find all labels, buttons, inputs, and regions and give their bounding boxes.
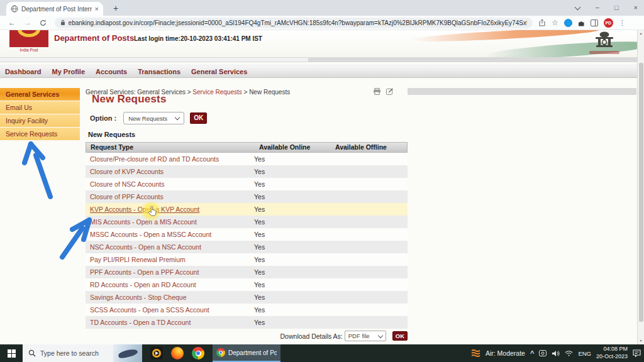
- last-login-text: Last login time:20-10-2023 03:41:41 PM I…: [134, 35, 262, 42]
- close-tab-icon[interactable]: ×: [95, 6, 99, 13]
- hand-cursor-icon: [148, 206, 157, 216]
- table-row: Savings Accounts - Stop ChequeYes: [86, 291, 408, 304]
- online-value: Yes: [254, 253, 330, 266]
- vertical-scrollbar[interactable]: ▲ ▼: [637, 30, 644, 344]
- reload-button[interactable]: [40, 19, 47, 26]
- share-icon[interactable]: [538, 19, 546, 26]
- request-link[interactable]: MIS Accounts - Open a MIS Account: [86, 216, 254, 228]
- breadcrumb-link-service-requests[interactable]: Service Requests: [192, 89, 242, 96]
- request-link[interactable]: Closure/Pre-closure of RD and TD Account…: [86, 153, 254, 165]
- offline-value: [330, 253, 408, 266]
- search-placeholder: Type here to search: [40, 349, 99, 357]
- sidebar-item-inquiry-facility[interactable]: Inquiry Facility: [0, 114, 80, 127]
- option-select[interactable]: New Requests: [123, 112, 184, 124]
- horizontal-scrollbar[interactable]: [0, 57, 637, 62]
- nav-item-dashboard[interactable]: Dashboard: [5, 68, 41, 75]
- chrome-icon[interactable]: [192, 347, 204, 359]
- air-quality-icon[interactable]: [471, 349, 480, 357]
- chrome-icon: [216, 348, 225, 357]
- language-indicator[interactable]: ENG: [578, 350, 591, 357]
- new-tab-button[interactable]: +: [109, 2, 122, 14]
- network-wifi-icon[interactable]: [565, 350, 573, 356]
- active-task-chrome[interactable]: Department of Post...: [213, 344, 280, 362]
- offline-value: [330, 304, 408, 316]
- page-title: New Requests: [92, 93, 167, 106]
- table-row: Pay PLI/RPLI Renewal PremiumYes: [86, 253, 408, 266]
- section-label: New Requests: [88, 131, 135, 138]
- request-link[interactable]: SCSS Accounts - Open a SCSS Account: [86, 304, 254, 316]
- browser-tab-bar: Department of Post Internet Log × + − □ …: [0, 0, 644, 16]
- requests-table: Request Type Available Online Available …: [86, 142, 408, 329]
- tray-app-icon[interactable]: [539, 349, 547, 357]
- request-link[interactable]: Closure of PPF Accounts: [86, 190, 254, 203]
- download-ok-button[interactable]: OK: [392, 331, 408, 341]
- nav-item-general-services[interactable]: General Services: [191, 68, 247, 75]
- request-link[interactable]: Closure of NSC Accounts: [86, 178, 254, 190]
- back-button[interactable]: ←: [8, 19, 16, 26]
- offline-value: [330, 190, 408, 203]
- online-value: Yes: [254, 165, 330, 178]
- sidebar-item-email-us[interactable]: Email Us: [0, 101, 80, 114]
- request-link[interactable]: TD Accounts - Open a TD Account: [86, 316, 254, 329]
- maximize-button[interactable]: □: [614, 4, 619, 11]
- scroll-up-icon[interactable]: ▲: [638, 31, 644, 35]
- action-center-icon[interactable]: [633, 349, 641, 357]
- nav-item-my-profile[interactable]: My Profile: [52, 68, 85, 75]
- request-link[interactable]: Savings Accounts - Stop Cheque: [86, 291, 254, 304]
- col-header-request-type: Request Type: [86, 143, 255, 152]
- request-link[interactable]: Pay PLI/RPLI Renewal Premium: [86, 253, 254, 266]
- online-value: Yes: [254, 266, 330, 278]
- side-panel-icon[interactable]: [591, 19, 598, 26]
- extension-blue-icon[interactable]: [564, 19, 572, 27]
- download-format-select[interactable]: PDF file: [345, 331, 386, 341]
- request-link[interactable]: RD Accounts - Open an RD Account: [86, 278, 254, 291]
- nav-item-accounts[interactable]: Accounts: [96, 68, 127, 75]
- browser-menu-icon[interactable]: ⋮: [619, 19, 626, 26]
- request-link[interactable]: NSC Accounts - Open a NSC Account: [86, 241, 254, 253]
- show-hidden-icons[interactable]: ^: [530, 349, 534, 357]
- tab-search-icon[interactable]: [575, 4, 581, 10]
- browser-tab[interactable]: Department of Post Internet Log ×: [6, 2, 103, 16]
- sidebar-item-general-services[interactable]: General Services: [0, 88, 80, 101]
- profile-avatar[interactable]: PD: [604, 18, 613, 28]
- firefox-icon[interactable]: [171, 347, 184, 359]
- main-navigation: Dashboard My Profile Accounts Transactio…: [0, 65, 637, 78]
- chevron-down-icon: [175, 115, 180, 120]
- online-value: Yes: [254, 316, 330, 329]
- scrollbar-thumb[interactable]: [639, 63, 643, 322]
- option-ok-button[interactable]: OK: [190, 112, 207, 124]
- bookmark-star-icon[interactable]: ☆: [552, 19, 558, 26]
- table-row: TD Accounts - Open a TD AccountYes: [86, 316, 408, 329]
- export-edit-icon[interactable]: [386, 88, 394, 95]
- media-player-icon[interactable]: [150, 347, 163, 359]
- volume-icon[interactable]: [552, 350, 560, 357]
- request-link[interactable]: PPF Accounts - Open a PPF Account: [86, 266, 254, 278]
- request-link[interactable]: Closure of KVP Accounts: [86, 165, 254, 178]
- taskbar-clock[interactable]: 04:08 PM 20-Oct-2023: [596, 346, 628, 360]
- close-window-button[interactable]: ×: [634, 4, 638, 11]
- minimize-button[interactable]: −: [595, 4, 599, 11]
- offline-value: [330, 216, 408, 228]
- offline-value: [330, 241, 408, 253]
- forward-button[interactable]: →: [24, 19, 31, 26]
- offline-value: [330, 228, 408, 241]
- col-header-available-online: Available Online: [255, 143, 331, 152]
- sidebar-item-service-requests[interactable]: Service Requests: [0, 128, 80, 140]
- online-value: Yes: [254, 304, 330, 316]
- date-text: 20-Oct-2023: [596, 353, 628, 361]
- request-link-kvp[interactable]: KVP Accounts - Open a KVP Account: [86, 203, 254, 216]
- extensions-puzzle-icon[interactable]: [578, 19, 585, 26]
- address-bar[interactable]: ebanking.indiapost.gov.in/corp/Finacle;j…: [55, 18, 533, 28]
- taskbar-search[interactable]: Type here to search: [23, 344, 142, 362]
- nav-item-transactions[interactable]: Transactions: [138, 68, 180, 75]
- offline-value: [330, 291, 408, 304]
- windows-taskbar: Type here to search Department of Post..…: [0, 344, 644, 362]
- request-link[interactable]: MSSC Accounts - Open a MSSC Account: [86, 228, 254, 241]
- sidebar: General Services Email Us Inquiry Facili…: [0, 88, 80, 141]
- tab-title: Department of Post Internet Log: [21, 6, 92, 13]
- start-button[interactable]: [0, 344, 23, 362]
- table-header-row: Request Type Available Online Available …: [86, 142, 408, 153]
- table-row-highlighted: KVP Accounts - Open a KVP AccountYes: [86, 203, 408, 216]
- scroll-down-icon[interactable]: ▼: [638, 339, 644, 343]
- print-icon[interactable]: [373, 88, 381, 95]
